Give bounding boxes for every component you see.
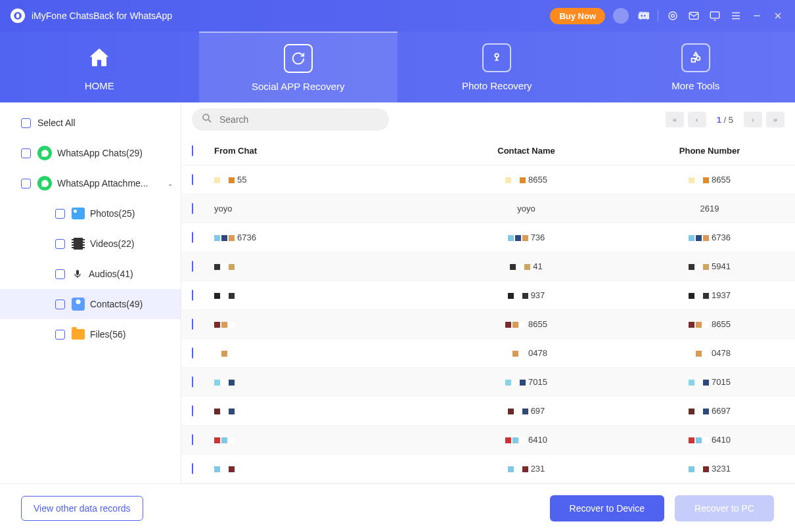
table-row[interactable]: 41 5941 — [181, 252, 795, 281]
table-row[interactable]: 8655 8655 — [181, 310, 795, 339]
checkbox[interactable] — [55, 330, 65, 340]
checkbox[interactable] — [192, 376, 193, 388]
titlebar: iMyFone ChatsBack for WhatsApp Buy Now — [0, 0, 795, 32]
pagination: « ‹ 1 / 5 › » — [666, 112, 784, 127]
svg-rect-4 — [710, 12, 719, 18]
sidebar-audios[interactable]: Audios(41) — [0, 259, 181, 289]
page-next-button[interactable]: › — [744, 112, 762, 127]
nav-more-tools[interactable]: More Tools — [597, 32, 796, 102]
cell-contact-name: yoyo — [418, 204, 635, 213]
sidebar: Select All WhatsApp Chats(29) WhatsApp A… — [0, 102, 181, 483]
app-logo-icon — [11, 9, 25, 23]
recover-to-pc-button: Recover to PC — [675, 495, 774, 521]
cell-from-chat — [214, 290, 418, 300]
svg-point-7 — [203, 114, 209, 120]
cell-phone: 8655 — [635, 319, 784, 329]
cell-phone: 7015 — [635, 377, 784, 387]
search-input[interactable] — [219, 114, 380, 125]
menu-icon[interactable] — [729, 9, 742, 22]
page-indicator: 1 / 5 — [710, 115, 740, 125]
table-row[interactable]: yoyo yoyo 2619 — [181, 194, 795, 223]
checkbox[interactable] — [21, 148, 31, 158]
nav-home[interactable]: HOME — [0, 32, 199, 102]
svg-point-1 — [669, 12, 677, 20]
checkbox[interactable] — [55, 269, 65, 279]
sidebar-contacts[interactable]: Contacts(49) — [0, 289, 181, 319]
checkbox[interactable] — [192, 405, 193, 416]
cell-contact-name: 7015 — [418, 377, 635, 387]
cell-from-chat — [214, 406, 418, 416]
apps-icon — [681, 43, 710, 72]
feedback-icon[interactable] — [708, 9, 721, 22]
cell-contact-name: 41 — [418, 261, 635, 271]
search-box[interactable] — [192, 108, 389, 131]
sidebar-whatsapp-attachments[interactable]: WhatsApp Attachme... ⌄ — [0, 168, 181, 198]
cell-contact-name: 8655 — [418, 319, 635, 329]
checkbox[interactable] — [55, 239, 65, 249]
sidebar-videos[interactable]: Videos(22) — [0, 229, 181, 259]
checkbox[interactable] — [55, 299, 65, 309]
table-row[interactable]: 0478 0478 — [181, 339, 795, 368]
avatar-icon[interactable] — [613, 8, 629, 24]
nav-photo-recovery[interactable]: Photo Recovery — [398, 32, 597, 102]
photo-recovery-icon — [482, 43, 511, 72]
video-icon — [72, 238, 85, 250]
checkbox[interactable] — [192, 463, 193, 474]
footer: View other data records Recover to Devic… — [0, 483, 795, 532]
sidebar-whatsapp-chats[interactable]: WhatsApp Chats(29) — [0, 138, 181, 168]
checkbox[interactable] — [192, 203, 193, 214]
sidebar-files[interactable]: Files(56) — [0, 319, 181, 349]
image-icon — [72, 208, 85, 219]
cell-from-chat — [214, 319, 418, 329]
view-other-records-button[interactable]: View other data records — [21, 496, 143, 521]
cell-contact-name: 0478 — [418, 348, 635, 358]
checkbox[interactable] — [192, 347, 193, 359]
home-icon — [85, 43, 114, 72]
table-row[interactable]: 697 6697 — [181, 397, 795, 426]
buy-now-button[interactable]: Buy Now — [550, 8, 605, 24]
cell-phone: 6697 — [635, 406, 784, 416]
sidebar-select-all[interactable]: Select All — [0, 108, 181, 138]
cell-phone: 0478 — [635, 348, 784, 358]
checkbox[interactable] — [21, 179, 31, 188]
whatsapp-icon — [37, 176, 52, 190]
recover-to-device-button[interactable]: Recover to Device — [550, 495, 664, 521]
cell-phone: 8655 — [635, 175, 784, 185]
page-first-button[interactable]: « — [666, 112, 684, 127]
page-prev-button[interactable]: ‹ — [688, 112, 706, 127]
table-row[interactable]: 7015 7015 — [181, 368, 795, 397]
table-row[interactable]: 231 3231 — [181, 454, 795, 483]
contacts-table: From Chat Contact Name Phone Number 55 8… — [181, 137, 795, 483]
col-from-chat: From Chat — [214, 146, 418, 156]
checkbox[interactable] — [21, 118, 31, 128]
checkbox[interactable] — [192, 434, 193, 445]
checkbox[interactable] — [192, 261, 193, 272]
svg-point-2 — [671, 14, 675, 18]
table-row[interactable]: 6736 736 6736 — [181, 223, 795, 252]
discord-icon[interactable] — [637, 9, 650, 22]
checkbox[interactable] — [192, 232, 193, 243]
whatsapp-icon — [37, 146, 52, 160]
sidebar-photos[interactable]: Photos(25) — [0, 198, 181, 229]
checkbox[interactable] — [192, 174, 193, 185]
main-nav: HOME Social APP Recovery Photo Recovery … — [0, 32, 795, 102]
close-icon[interactable] — [771, 9, 784, 22]
svg-point-5 — [495, 53, 499, 57]
cell-phone: 1937 — [635, 290, 784, 300]
minimize-icon[interactable] — [750, 9, 763, 22]
checkbox-all[interactable] — [192, 145, 193, 156]
cell-contact-name: 736 — [418, 233, 635, 242]
checkbox[interactable] — [192, 290, 193, 301]
chevron-down-icon: ⌄ — [168, 180, 173, 187]
nav-social-recovery[interactable]: Social APP Recovery — [199, 32, 398, 102]
page-last-button[interactable]: » — [766, 112, 784, 127]
cell-phone: 6736 — [635, 233, 784, 242]
checkbox[interactable] — [55, 209, 65, 219]
mail-icon[interactable] — [687, 9, 700, 22]
table-row[interactable]: 937 1937 — [181, 281, 795, 310]
checkbox[interactable] — [192, 319, 193, 330]
table-row[interactable]: 6410 6410 — [181, 426, 795, 454]
table-row[interactable]: 55 8655 8655 — [181, 166, 795, 194]
target-icon[interactable] — [666, 9, 679, 22]
refresh-icon — [284, 44, 313, 73]
